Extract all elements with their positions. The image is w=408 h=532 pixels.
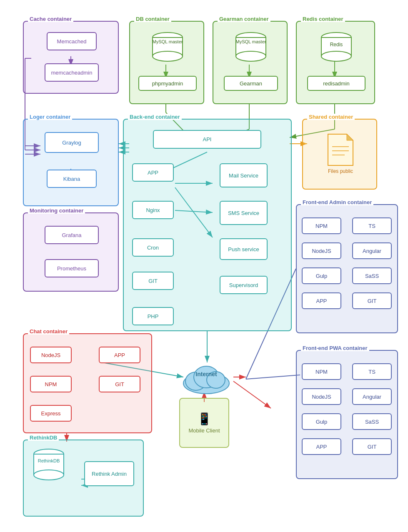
phpmyadmin-box: phpmyadmin	[138, 76, 197, 91]
sass-pwa-label: SaSS	[365, 419, 379, 425]
npm-pwa-label: NPM	[315, 369, 328, 375]
supervisord-box: Supervisord	[220, 276, 268, 294]
npm-pwa-box: NPM	[302, 363, 341, 380]
sms-service-box: SMS Service	[220, 201, 268, 225]
rethinkdb-container-label: RethinkDB	[28, 435, 59, 441]
api-box: API	[153, 130, 261, 149]
ts-admin-label: TS	[368, 223, 375, 229]
mobile-client-box: 📱 Mobile Client	[179, 398, 229, 448]
express-chat-box: Express	[30, 405, 72, 422]
cache-container: Cache container Memcached memcacheadmin	[23, 21, 119, 94]
app-chat-box: APP	[99, 347, 140, 363]
angular-admin-label: Angular	[363, 248, 381, 254]
nodejs-pwa-box: NodeJS	[302, 388, 341, 405]
chat-container-label: Chat container	[28, 328, 69, 335]
shared-container: Shared container Files public	[302, 119, 377, 190]
chat-container: Chat container NodeJS APP NPM GIT Expres…	[23, 333, 152, 433]
app-pwa-label: APP	[316, 444, 327, 450]
git-chat-label: GIT	[115, 381, 124, 387]
shared-container-label: Shared container	[307, 114, 355, 120]
nodejs-admin-label: NodeJS	[312, 248, 331, 254]
frontend-admin-container-label: Front-end Admin container	[301, 199, 373, 205]
prometheus-box: Prometheus	[45, 259, 99, 277]
redis-cylinder-icon	[320, 30, 353, 65]
redis-container-label: Redis container	[301, 16, 345, 22]
frontend-pwa-container-label: Front-end PWA container	[301, 345, 369, 351]
phpmyadmin-label: phpmyadmin	[152, 80, 183, 87]
npm-chat-label: NPM	[45, 381, 57, 387]
git-chat-box: GIT	[99, 376, 140, 392]
mysql-db-label: MySQL master	[151, 39, 184, 44]
svg-point-45	[153, 51, 183, 61]
svg-point-48	[236, 51, 266, 61]
nginx-label: Nginx	[146, 207, 160, 213]
sass-admin-box: SaSS	[352, 267, 392, 284]
files-public-label: Files public	[328, 168, 353, 174]
npm-admin-label: NPM	[315, 223, 328, 229]
gearman-box: Gearman	[224, 76, 278, 91]
sms-service-label: SMS Service	[228, 210, 259, 216]
svg-marker-53	[347, 134, 353, 140]
app-chat-label: APP	[114, 352, 125, 358]
monitoring-container: Monitoring container Grafana Prometheus	[23, 212, 119, 292]
grafana-box: Grafana	[45, 226, 99, 244]
app-pwa-box: APP	[302, 438, 341, 455]
git-backend-label: GIT	[148, 278, 158, 284]
angular-admin-box: Angular	[352, 242, 392, 259]
monitoring-container-label: Monitoring container	[28, 207, 85, 214]
app-admin-box: APP	[302, 292, 341, 309]
kibana-box: Kibana	[47, 170, 97, 188]
mysql-gearman-cylinder-icon	[234, 30, 268, 65]
gulp-pwa-label: Gulp	[316, 419, 327, 425]
npm-admin-box: NPM	[302, 217, 341, 234]
app-admin-label: APP	[316, 298, 327, 304]
svg-line-39	[246, 375, 300, 379]
redis-container: Redis container Redis redisadmin	[296, 21, 375, 104]
rethinkdb-container: RethinkDB RethinkDB Rethink Admin	[23, 440, 144, 517]
frontend-admin-container: Front-end Admin container NPM TS NodeJS …	[296, 204, 398, 333]
files-icon	[326, 132, 355, 167]
internet-cloud: Internet	[179, 358, 233, 397]
db-container-label: DB container	[134, 16, 171, 22]
gearman-container: Gearman container MySQL master Gearman	[213, 21, 288, 104]
memcached-label: Memcached	[57, 38, 87, 45]
rethink-admin-box: Rethink Admin	[84, 461, 134, 486]
mysql-gearman-label: MySQL master	[234, 39, 268, 44]
mysql-db-cylinder-icon	[151, 30, 184, 65]
nodejs-chat-box: NodeJS	[30, 347, 72, 363]
gearman-container-label: Gearman container	[218, 16, 270, 22]
internet-label: Internet	[179, 371, 233, 377]
backend-container: Back-end container API APP Mail Service …	[123, 119, 292, 331]
app-backend-label: APP	[148, 170, 158, 176]
backend-container-label: Back-end container	[128, 114, 182, 120]
ts-pwa-box: TS	[352, 363, 392, 380]
nodejs-chat-label: NodeJS	[41, 352, 60, 358]
gulp-admin-label: Gulp	[316, 273, 327, 279]
frontend-pwa-container: Front-end PWA container NPM TS NodeJS An…	[296, 350, 398, 479]
kibana-label: Kibana	[63, 176, 80, 182]
ts-pwa-label: TS	[368, 369, 375, 375]
git-admin-label: GIT	[368, 298, 377, 304]
grafana-label: Grafana	[62, 232, 82, 238]
graylog-label: Graylog	[62, 140, 81, 146]
svg-point-63	[34, 470, 64, 480]
nodejs-admin-box: NodeJS	[302, 242, 341, 259]
redisadmin-box: redisadmin	[307, 76, 365, 91]
express-chat-label: Express	[41, 410, 61, 417]
memcacheadmin-label: memcacheadmin	[51, 70, 93, 76]
cache-container-label: Cache container	[28, 16, 73, 22]
git-admin-box: GIT	[352, 292, 392, 309]
push-service-label: Push service	[228, 246, 259, 252]
sass-pwa-box: SaSS	[352, 413, 392, 430]
angular-pwa-box: Angular	[352, 388, 392, 405]
git-pwa-label: GIT	[368, 444, 377, 450]
prometheus-label: Prometheus	[57, 265, 86, 272]
supervisord-label: Supervisord	[229, 282, 258, 288]
mobile-client-label: Mobile Client	[188, 427, 220, 434]
nodejs-pwa-label: NodeJS	[312, 394, 331, 400]
files-public-box: Files public	[322, 130, 359, 176]
sass-admin-label: SaSS	[365, 273, 379, 279]
svg-point-51	[321, 51, 351, 61]
graylog-box: Graylog	[45, 132, 99, 153]
mail-service-box: Mail Service	[220, 163, 268, 187]
